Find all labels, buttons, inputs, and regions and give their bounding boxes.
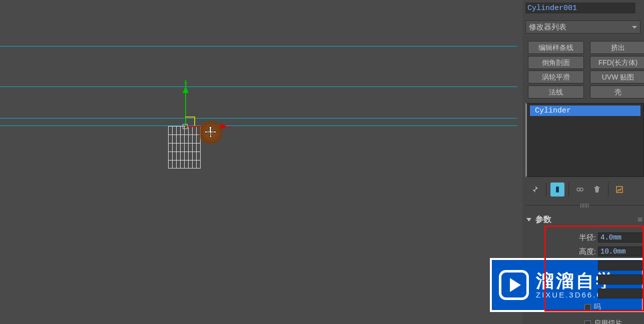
make-unique-icon <box>576 186 584 194</box>
separator <box>546 182 546 196</box>
modifier-stack[interactable]: Cylinder <box>525 103 644 177</box>
gizmo-origin[interactable] <box>183 124 188 129</box>
show-end-result-icon <box>553 186 561 194</box>
modifier-list-dropdown[interactable]: 修改器列表 <box>525 20 640 34</box>
x-axis-label: x <box>228 124 232 130</box>
param-row-radius: 半径: <box>546 232 644 244</box>
modifier-edit-spline-button[interactable]: 编辑样条线 <box>528 41 584 54</box>
modifier-stack-toolbar <box>528 181 644 198</box>
modifier-extrude-button[interactable]: 挤出 <box>590 41 644 54</box>
rollout-title: 参数 <box>535 214 551 225</box>
radius-spinner[interactable] <box>598 232 644 242</box>
radius-input[interactable] <box>598 234 644 242</box>
slice-checkbox-row[interactable]: 启用切片 <box>584 318 644 324</box>
radius-label: 半径: <box>553 233 596 242</box>
height-segs-spinner[interactable] <box>598 260 644 270</box>
height-spinner[interactable] <box>598 246 644 256</box>
cap-segs-input[interactable] <box>598 276 644 284</box>
chevron-down-icon <box>526 218 531 222</box>
configure-sets-button[interactable] <box>612 182 626 196</box>
viewport[interactable]: y x <box>0 0 517 324</box>
svg-point-2 <box>577 188 580 191</box>
stack-item-cylinder[interactable]: Cylinder <box>530 106 640 116</box>
height-segs-input[interactable] <box>598 262 644 270</box>
height-label: 高度: <box>553 247 596 256</box>
checkbox-icon[interactable] <box>584 320 591 324</box>
separator <box>568 182 569 196</box>
cursor-highlight <box>198 120 223 145</box>
slice-label: 启用切片 <box>594 319 622 324</box>
modifier-list-label: 修改器列表 <box>529 22 566 31</box>
modifier-uvw-map-button[interactable]: UVW 贴图 <box>590 70 644 84</box>
rollout-drag-handle[interactable] <box>638 218 642 222</box>
pin-icon <box>531 186 539 194</box>
svg-point-3 <box>580 188 583 191</box>
modifier-shell-button[interactable]: 壳 <box>590 86 644 98</box>
play-icon <box>510 278 521 292</box>
cap-segs-spinner[interactable] <box>598 274 644 284</box>
guide-line <box>0 46 517 46</box>
checkbox-icon[interactable] <box>584 304 591 310</box>
pin-stack-button[interactable] <box>528 182 542 196</box>
modifier-ffd-box-button[interactable]: FFD(长方体) <box>590 56 644 69</box>
param-row-sides <box>546 288 644 300</box>
modifier-turbosmooth-button[interactable]: 涡轮平滑 <box>528 70 584 84</box>
watermark-logo <box>499 270 529 300</box>
sides-spinner[interactable] <box>598 288 644 298</box>
trash-icon <box>593 186 601 194</box>
show-end-result-button[interactable] <box>550 182 564 196</box>
height-input[interactable] <box>598 248 644 256</box>
svg-rect-1 <box>556 187 558 192</box>
smooth-checkbox-row[interactable]: 吗 <box>584 302 644 312</box>
separator <box>608 182 608 196</box>
parameters-rollout-header[interactable]: 参数 <box>526 213 644 226</box>
configure-icon <box>615 186 623 194</box>
panel-divider[interactable] <box>525 205 644 209</box>
sides-input[interactable] <box>598 290 644 298</box>
modifier-normal-button[interactable]: 法线 <box>528 86 584 98</box>
modifier-bevel-profile-button[interactable]: 倒角剖面 <box>528 56 584 69</box>
guide-line <box>0 86 517 87</box>
smooth-label: 吗 <box>594 302 601 312</box>
param-row-height: 高度: <box>546 246 644 258</box>
object-name-field[interactable] <box>525 2 635 14</box>
param-row-height-segs <box>546 260 644 272</box>
guide-line <box>0 126 517 126</box>
param-row-cap-segs <box>546 274 644 286</box>
guide-line <box>0 118 517 118</box>
delete-modifier-button[interactable] <box>590 182 604 196</box>
make-unique-button[interactable] <box>573 182 587 196</box>
wireframe-object[interactable] <box>168 126 201 168</box>
